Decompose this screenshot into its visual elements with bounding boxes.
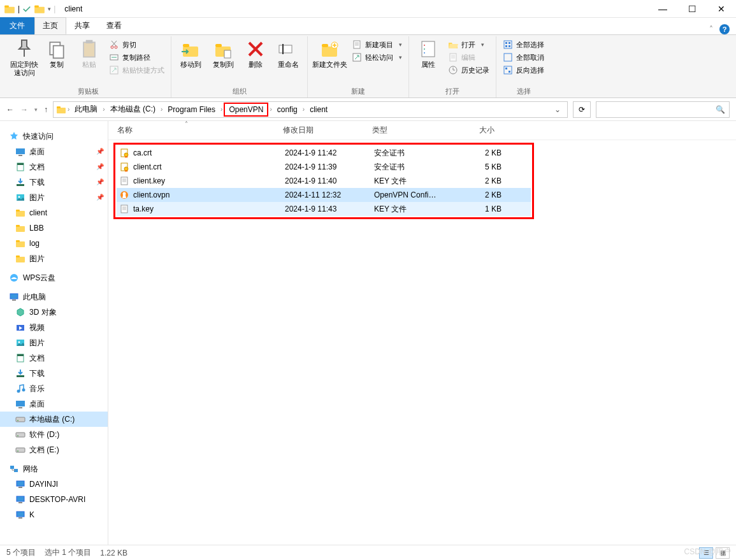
open-button[interactable]: 打开▾: [445, 39, 492, 50]
nav-up-button[interactable]: ↑: [44, 105, 48, 114]
sidebar-pc-item[interactable]: 图片: [0, 335, 108, 350]
breadcrumb-sep-icon[interactable]: ›: [161, 106, 162, 113]
sidebar-pc-item[interactable]: 本地磁盘 (C:): [0, 412, 108, 427]
breadcrumb-sep-icon[interactable]: ›: [220, 106, 222, 113]
col-header-type[interactable]: 类型: [370, 124, 446, 137]
file-date: 2024-1-11 12:32: [285, 189, 374, 201]
svg-rect-52: [504, 66, 512, 74]
easy-access-button[interactable]: 轻松访问▾: [349, 52, 405, 63]
sidebar-this-pc[interactable]: 此电脑: [0, 289, 108, 305]
group-label-clipboard: 剪贴板: [78, 87, 99, 97]
sidebar-item-label: 软件 (D:): [29, 428, 59, 441]
paste-button[interactable]: 粘贴: [74, 36, 105, 69]
qat-dropdown[interactable]: ▾: [48, 6, 51, 12]
sidebar-quick-item[interactable]: 文档📌: [0, 159, 108, 175]
sidebar-net-item[interactable]: DAYINJI: [0, 477, 108, 492]
breadcrumb-sep-icon[interactable]: ›: [303, 106, 305, 113]
copy-path-button[interactable]: 复制路径: [106, 52, 167, 63]
paste-shortcut-button[interactable]: 粘贴快捷方式: [106, 64, 167, 76]
file-row[interactable]: client.key2024-1-9 11:40KEY 文件2 KB: [117, 174, 531, 188]
sidebar-quick-item[interactable]: 图片📌: [0, 190, 108, 205]
breadcrumb-drive[interactable]: 本地磁盘 (C:): [106, 103, 159, 116]
sidebar-item-label: log: [29, 237, 40, 250]
close-button[interactable]: ✕: [707, 0, 736, 18]
sidebar-pc-item[interactable]: 音乐: [0, 381, 108, 396]
select-none-button[interactable]: 全部取消: [500, 52, 547, 63]
breadcrumb-openvpn[interactable]: OpenVPN: [224, 103, 268, 117]
file-row[interactable]: ta.key2024-1-9 11:43KEY 文件1 KB: [117, 202, 531, 216]
sidebar-pc-item[interactable]: 文档: [0, 350, 108, 366]
sidebar-quick-item[interactable]: log: [0, 236, 108, 251]
sidebar-quick-item[interactable]: 桌面📌: [0, 144, 108, 159]
breadcrumb-program-files[interactable]: Program Files: [164, 104, 219, 115]
tab-file[interactable]: 文件: [0, 17, 34, 34]
breadcrumb-sep-icon[interactable]: ›: [68, 106, 69, 113]
tab-share[interactable]: 共享: [66, 17, 98, 34]
status-selected-count: 选中 1 个项目: [45, 547, 91, 558]
copy-to-button[interactable]: 复制到: [208, 36, 238, 69]
sidebar-wps-cloud[interactable]: WPS云盘: [0, 270, 108, 285]
sidebar-item-label: 音乐: [29, 382, 45, 395]
nav-back-button[interactable]: ←: [6, 105, 14, 114]
minimize-button[interactable]: —: [648, 0, 677, 18]
move-to-button[interactable]: 移动到: [175, 36, 206, 69]
pin-to-quick-access-button[interactable]: 固定到快速访问: [9, 36, 40, 77]
sidebar-net-item[interactable]: DESKTOP-AVRI: [0, 492, 108, 507]
address-bar[interactable]: › 此电脑› 本地磁盘 (C:)› Program Files› OpenVPN…: [53, 101, 568, 118]
sidebar-pc-item[interactable]: 3D 对象: [0, 305, 108, 320]
sidebar-quick-item[interactable]: 图片: [0, 251, 108, 266]
nav-recent-dropdown[interactable]: ▾: [34, 106, 38, 113]
col-header-date[interactable]: 修改日期: [280, 124, 370, 137]
title-bar: | ▾ | client — ☐ ✕: [0, 0, 736, 18]
sidebar-network[interactable]: 网络: [0, 461, 108, 477]
breadcrumb-sep-icon[interactable]: ›: [270, 106, 271, 113]
sidebar-quick-item[interactable]: 下载📌: [0, 175, 108, 190]
3d-icon: [15, 307, 25, 317]
qat-folder-icon[interactable]: [34, 3, 45, 15]
cut-button[interactable]: 剪切: [106, 39, 167, 50]
file-row[interactable]: client.crt2024-1-9 11:39安全证书5 KB: [117, 160, 531, 174]
properties-button[interactable]: 属性: [413, 36, 444, 69]
copy-button[interactable]: 复制: [41, 36, 72, 69]
sidebar-pc-item[interactable]: 视频: [0, 320, 108, 335]
tab-home[interactable]: 主页: [34, 17, 66, 34]
history-button[interactable]: 历史记录: [445, 64, 492, 76]
tab-view[interactable]: 查看: [98, 17, 130, 34]
file-type: KEY 文件: [374, 175, 451, 187]
new-item-button[interactable]: 新建项目▾: [349, 39, 405, 50]
sidebar-quick-item[interactable]: client: [0, 205, 108, 220]
help-icon[interactable]: ?: [719, 24, 730, 34]
file-row[interactable]: ca.crt2024-1-9 11:42安全证书2 KB: [117, 146, 531, 160]
edit-button[interactable]: 编辑: [445, 52, 492, 63]
qat-properties-icon[interactable]: [22, 4, 31, 13]
pic-icon: [15, 338, 25, 348]
rename-button[interactable]: 重命名: [273, 36, 303, 69]
column-headers: ˄ 名称 修改日期 类型 大小: [108, 121, 736, 140]
sidebar-pc-item[interactable]: 文档 (E:): [0, 442, 108, 457]
address-dropdown[interactable]: ⌄: [551, 105, 565, 114]
file-row[interactable]: client.ovpn2024-1-11 12:32OpenVPN Confi……: [117, 188, 531, 202]
sidebar-quick-access[interactable]: 快速访问: [0, 129, 108, 144]
sidebar-pc-item[interactable]: 软件 (D:): [0, 427, 108, 442]
select-all-button[interactable]: 全部选择: [500, 39, 547, 50]
col-header-name[interactable]: 名称: [115, 124, 280, 137]
sidebar-pc-item[interactable]: 桌面: [0, 396, 108, 412]
new-folder-button[interactable]: 新建文件夹: [312, 36, 347, 69]
ribbon-collapse[interactable]: ˄: [709, 25, 713, 34]
refresh-button[interactable]: ⟳: [573, 101, 591, 118]
invert-selection-button[interactable]: 反向选择: [500, 64, 547, 76]
sidebar[interactable]: 快速访问 桌面📌文档📌下载📌图片📌clientLBBlog图片 WPS云盘 此电…: [0, 121, 108, 545]
maximize-button[interactable]: ☐: [677, 0, 707, 18]
file-pane[interactable]: ˄ 名称 修改日期 类型 大小 ca.crt2024-1-9 11:42安全证书…: [108, 121, 736, 545]
col-header-size[interactable]: 大小: [446, 124, 497, 137]
breadcrumb-client[interactable]: client: [306, 104, 331, 115]
sidebar-quick-item[interactable]: LBB: [0, 220, 108, 236]
sidebar-pc-item[interactable]: 下载: [0, 366, 108, 381]
breadcrumb-config[interactable]: config: [273, 104, 301, 115]
nav-forward-button[interactable]: →: [20, 105, 28, 114]
breadcrumb-sep-icon[interactable]: ›: [103, 106, 105, 113]
sidebar-net-item[interactable]: K: [0, 507, 108, 522]
delete-button[interactable]: 删除: [240, 36, 271, 69]
breadcrumb-this-pc[interactable]: 此电脑: [71, 103, 101, 116]
search-input[interactable]: 🔍: [596, 101, 730, 118]
